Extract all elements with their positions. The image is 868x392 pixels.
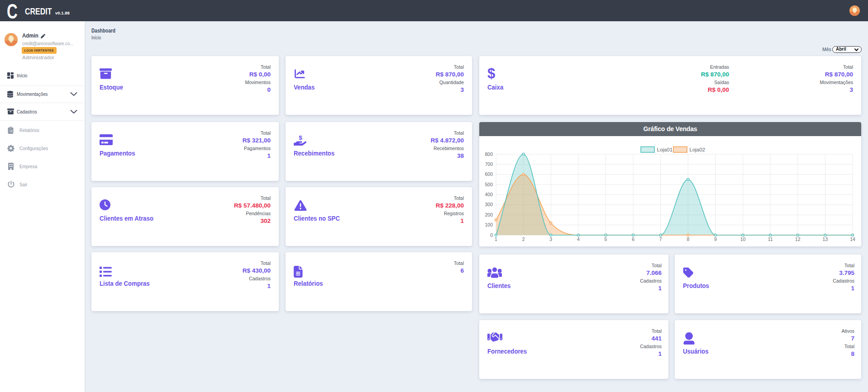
svg-text:300: 300 [485,202,493,207]
svg-text:800: 800 [485,151,493,157]
svg-text:Loja02: Loja02 [690,147,706,152]
svg-text:11: 11 [768,236,773,242]
svg-text:10: 10 [740,236,746,242]
svg-text:200: 200 [485,212,493,217]
svg-text:700: 700 [485,161,493,167]
svg-text:2: 2 [522,236,525,242]
svg-text:6: 6 [632,236,634,242]
svg-text:13: 13 [823,236,828,242]
svg-text:3: 3 [549,236,552,242]
svg-text:4: 4 [577,236,580,242]
svg-text:12: 12 [795,236,801,242]
svg-text:14: 14 [850,236,855,242]
svg-text:400: 400 [485,192,493,197]
svg-text:600: 600 [485,171,493,177]
svg-text:7: 7 [659,236,662,242]
svg-text:Loja01: Loja01 [657,147,673,152]
svg-text:9: 9 [714,236,717,242]
svg-text:8: 8 [687,236,689,242]
svg-text:100: 100 [485,222,493,227]
svg-text:0: 0 [490,232,493,238]
svg-text:1: 1 [495,236,497,242]
svg-text:5: 5 [605,236,607,242]
svg-text:$: $ [299,134,302,141]
svg-text:500: 500 [485,182,493,187]
